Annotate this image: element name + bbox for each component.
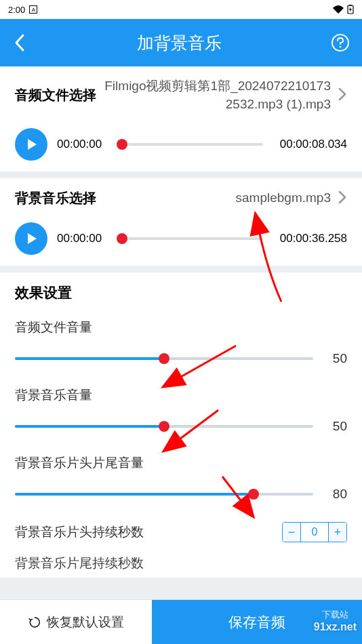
slider-bgm-headtail-volume: 背景音乐片头片尾音量 80	[15, 454, 347, 502]
chevron-right-icon	[338, 87, 347, 104]
bgm-seek-thumb[interactable]	[117, 233, 127, 244]
audio-file-label: 音频文件选择	[15, 86, 96, 104]
stepper-minus-button[interactable]: −	[283, 523, 300, 542]
save-audio-button[interactable]: 保存音频	[152, 600, 362, 644]
slider-track[interactable]	[15, 425, 313, 428]
slider-value: 50	[327, 419, 347, 434]
stepper-control[interactable]: − 0 +	[282, 522, 347, 542]
slider-thumb[interactable]	[159, 421, 169, 432]
stepper-label: 背景音乐片头持续秒数	[15, 523, 144, 541]
status-time: 2:00	[8, 5, 25, 15]
restore-label: 恢复默认设置	[47, 613, 124, 631]
restore-defaults-button[interactable]: 恢复默认设置	[0, 600, 152, 644]
slider-value: 80	[327, 487, 347, 502]
help-button[interactable]	[331, 33, 350, 52]
effects-card: 效果设置 音频文件音量 50 背景音乐音量 50 背景音乐片	[0, 273, 362, 578]
bgm-current-time: 00:00:00	[57, 232, 113, 245]
slider-value: 50	[327, 351, 347, 366]
slider-thumb[interactable]	[159, 353, 169, 364]
bgm-file-name: samplebgm.mp3	[103, 189, 331, 207]
bgm-seek-bar[interactable]	[122, 237, 263, 240]
slider-label: 背景音乐片头片尾音量	[15, 454, 347, 472]
slider-track[interactable]	[15, 493, 313, 496]
restore-icon	[28, 616, 41, 629]
bottom-bar: 恢复默认设置 保存音频	[0, 599, 362, 644]
audio-duration: 00:00:08.034	[273, 138, 347, 151]
status-right-icons	[332, 5, 354, 14]
stepper-plus-button[interactable]: +	[329, 523, 346, 542]
page-title: 加背景音乐	[27, 32, 331, 54]
slider-thumb[interactable]	[248, 489, 259, 500]
audio-seek-bar[interactable]	[122, 143, 263, 146]
audio-file-name: Filmigo视频剪辑第1部_20240722101732532.mp3 (1)…	[103, 77, 331, 113]
bgm-duration: 00:00:36.258	[273, 232, 347, 245]
audio-seek-thumb[interactable]	[117, 139, 127, 150]
titlebar: 加背景音乐	[0, 19, 362, 66]
status-app-icon: A	[29, 5, 37, 14]
stepper-tail-seconds: 背景音乐片尾持续秒数	[15, 555, 347, 572]
slider-label: 背景音乐音量	[15, 386, 347, 404]
stepper-label: 背景音乐片尾持续秒数	[15, 555, 144, 572]
bgm-play-button[interactable]	[15, 222, 47, 255]
audio-file-selector[interactable]: 音频文件选择 Filmigo视频剪辑第1部_20240722101732532.…	[15, 77, 347, 113]
effects-title: 效果设置	[15, 283, 347, 302]
slider-track[interactable]	[15, 357, 313, 360]
bgm-file-card: 背景音乐选择 samplebgm.mp3 00:00:00 00:00:36.2…	[0, 178, 362, 266]
svg-point-3	[340, 46, 342, 48]
chevron-right-icon	[338, 190, 347, 207]
status-bar: 2:00 A	[0, 0, 362, 19]
audio-play-button[interactable]	[15, 128, 47, 161]
slider-bgm-volume: 背景音乐音量 50	[15, 386, 347, 434]
svg-rect-1	[349, 5, 352, 6]
audio-file-card: 音频文件选择 Filmigo视频剪辑第1部_20240722101732532.…	[0, 66, 362, 172]
audio-current-time: 00:00:00	[57, 138, 113, 151]
bgm-file-label: 背景音乐选择	[15, 189, 96, 207]
stepper-head-seconds: 背景音乐片头持续秒数 − 0 +	[15, 522, 347, 542]
stepper-value: 0	[300, 523, 329, 542]
save-label: 保存音频	[228, 613, 285, 632]
slider-label: 音频文件音量	[15, 319, 347, 336]
back-button[interactable]	[12, 33, 27, 53]
slider-audio-volume: 音频文件音量 50	[15, 319, 347, 366]
bgm-file-selector[interactable]: 背景音乐选择 samplebgm.mp3	[15, 189, 347, 207]
